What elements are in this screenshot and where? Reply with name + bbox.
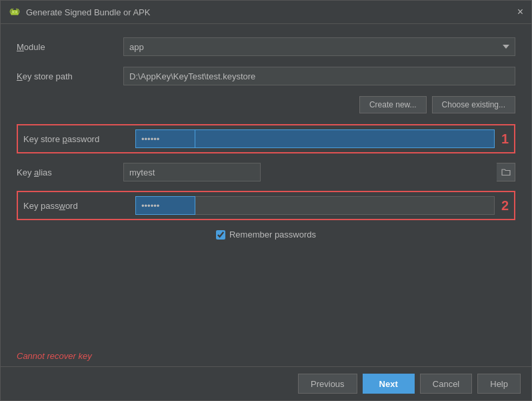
key-store-path-label: Key store path xyxy=(17,71,123,81)
key-alias-label: Key alias xyxy=(17,167,123,177)
key-alias-folder-button[interactable] xyxy=(497,163,515,181)
module-label: Module xyxy=(17,42,123,52)
svg-point-1 xyxy=(13,11,14,13)
remember-passwords-row: Remember passwords xyxy=(17,230,515,240)
annotation-1: 1 xyxy=(501,131,509,147)
cancel-button[interactable]: Cancel xyxy=(420,374,472,394)
folder-icon xyxy=(501,168,511,176)
key-store-path-row: Key store path xyxy=(17,67,515,85)
error-message: Cannot recover key xyxy=(1,348,531,366)
key-password-highlighted-row: Key password 2 xyxy=(17,191,515,220)
key-store-password-highlighted-row: Key store password 1 xyxy=(17,124,515,153)
title-bar: Generate Signed Bundle or APK × xyxy=(1,1,531,24)
key-store-password-label: Key store password xyxy=(23,134,130,144)
svg-rect-0 xyxy=(11,10,19,15)
key-alias-input-wrapper xyxy=(123,163,515,181)
module-select[interactable]: app xyxy=(123,37,515,56)
key-password-full-area xyxy=(195,196,495,215)
dialog-content: Module app Key store path Create new... … xyxy=(1,24,531,348)
annotation-2: 2 xyxy=(501,198,509,214)
key-password-label: Key password xyxy=(23,201,130,211)
remember-passwords-checkbox[interactable] xyxy=(216,230,225,240)
title-bar-left: Generate Signed Bundle or APK xyxy=(9,6,150,18)
svg-line-3 xyxy=(12,9,13,10)
close-button[interactable]: × xyxy=(517,6,523,18)
next-button[interactable]: Next xyxy=(363,374,415,394)
svg-line-4 xyxy=(16,9,17,10)
key-password-input[interactable] xyxy=(135,196,195,215)
error-text-content: Cannot recover key xyxy=(17,351,92,361)
key-store-path-input[interactable] xyxy=(123,67,515,85)
key-store-password-full-area xyxy=(195,129,495,148)
dialog-title: Generate Signed Bundle or APK xyxy=(26,7,150,17)
module-row: Module app xyxy=(17,37,515,56)
help-button[interactable]: Help xyxy=(477,374,521,394)
key-store-password-input[interactable] xyxy=(135,129,195,148)
previous-button[interactable]: Previous xyxy=(298,374,357,394)
create-new-button[interactable]: Create new... xyxy=(359,96,427,113)
remember-passwords-label: Remember passwords xyxy=(229,230,316,240)
dialog-footer: Previous Next Cancel Help xyxy=(1,366,531,400)
android-icon xyxy=(9,6,21,18)
key-alias-input[interactable] xyxy=(123,163,261,181)
key-store-buttons-row: Create new... Choose existing... xyxy=(123,96,515,113)
generate-signed-dialog: Generate Signed Bundle or APK × Module a… xyxy=(0,0,532,401)
choose-existing-button[interactable]: Choose existing... xyxy=(432,96,515,113)
svg-point-2 xyxy=(16,11,17,13)
key-alias-row: Key alias xyxy=(17,163,515,181)
